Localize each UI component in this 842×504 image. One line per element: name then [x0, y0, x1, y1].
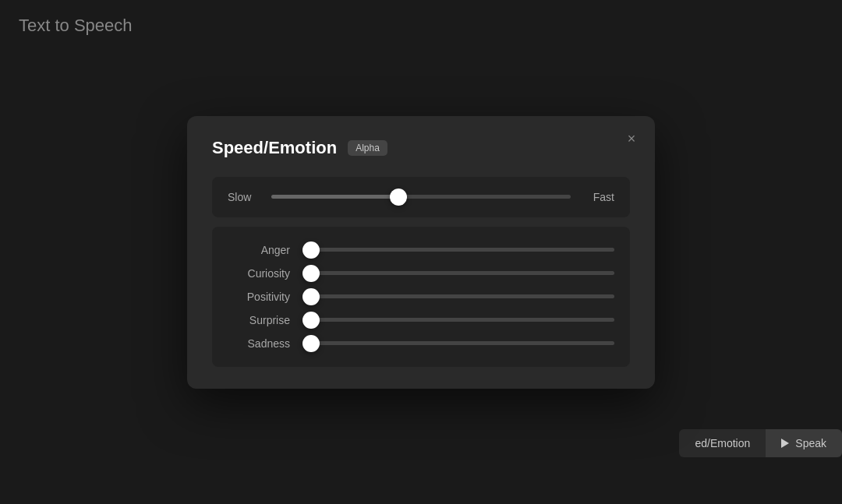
emotion-anger-label: Anger — [228, 244, 290, 256]
emotion-positivity-label: Positivity — [228, 291, 290, 303]
emotion-sadness-label: Sadness — [228, 337, 290, 350]
emotion-anger-slider[interactable] — [302, 248, 614, 252]
speed-fast-label: Fast — [583, 191, 614, 203]
emotion-row-sadness: Sadness — [228, 333, 614, 354]
speed-row: Slow Fast — [228, 191, 614, 203]
emotion-surprise-label: Surprise — [228, 314, 290, 326]
emotion-curiosity-label: Curiosity — [228, 267, 290, 280]
speed-section: Slow Fast — [212, 177, 630, 217]
emotion-sadness-slider[interactable] — [302, 341, 614, 345]
emotion-curiosity-slider[interactable] — [302, 271, 614, 275]
emotion-section: Anger Curiosity Positivity Surprise Sadn… — [212, 227, 630, 367]
emotion-row-positivity: Positivity — [228, 286, 614, 308]
emotion-row-curiosity: Curiosity — [228, 263, 614, 284]
speed-emotion-modal: × Speed/Emotion Alpha Slow Fast Anger Cu… — [187, 116, 655, 389]
emotion-row-surprise: Surprise — [228, 309, 614, 331]
modal-title: Speed/Emotion — [212, 138, 337, 158]
speed-slider[interactable] — [271, 195, 571, 199]
emotion-positivity-slider[interactable] — [302, 294, 614, 298]
modal-overlay: × Speed/Emotion Alpha Slow Fast Anger Cu… — [0, 0, 842, 504]
speed-slow-label: Slow — [228, 191, 259, 203]
emotion-surprise-slider[interactable] — [302, 318, 614, 322]
modal-header: Speed/Emotion Alpha — [212, 138, 630, 158]
alpha-badge: Alpha — [348, 140, 387, 156]
emotion-row-anger: Anger — [228, 239, 614, 261]
modal-close-button[interactable]: × — [621, 129, 642, 150]
